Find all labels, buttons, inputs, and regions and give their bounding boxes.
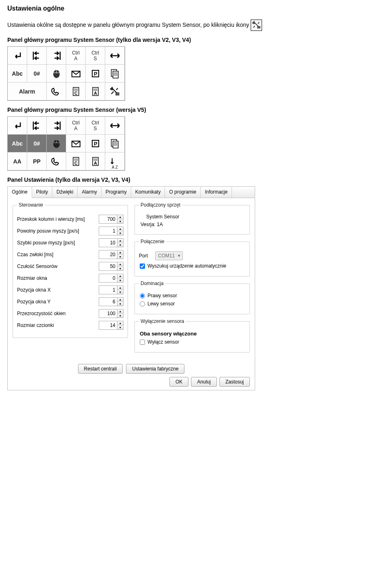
spinner-down-icon[interactable]: ▼ [117,231,123,235]
align-left-icon[interactable] [27,47,47,65]
mail-icon[interactable] [66,135,86,152]
sort-az-icon[interactable]: A Z [105,152,125,170]
alarm-button[interactable]: Alarm [8,83,47,100]
spinner-up-icon[interactable]: ▲ [117,239,123,243]
spinner-down-icon[interactable]: ▼ [117,302,123,306]
p-box-icon[interactable]: P [86,65,105,83]
tab-piloty[interactable]: Piloty [32,187,52,198]
control-field-row: Rozmiar czcionki▲▼ [17,321,124,330]
ok-button[interactable]: OK [169,377,188,387]
toolbar-v5: Ctrl A Ctrl S Abc 0# P AA PP C A A Z [7,116,125,171]
spinner-down-icon[interactable]: ▼ [117,243,123,247]
left-sensor-radio[interactable] [140,301,145,307]
control-input[interactable] [99,321,117,330]
tools-icon[interactable] [105,83,125,100]
spinner-up-icon[interactable]: ▲ [117,250,123,255]
spinner-down-icon[interactable]: ▼ [117,325,123,329]
control-input[interactable] [99,215,117,224]
copy-icon[interactable] [105,65,125,83]
control-spinner[interactable]: ▲▼ [99,297,124,306]
aa-button[interactable]: AA [8,152,27,170]
control-spinner[interactable]: ▲▼ [99,238,124,247]
spinner-down-icon[interactable]: ▼ [117,290,123,294]
control-spinner[interactable]: ▲▼ [99,274,124,283]
tab-programy[interactable]: Programy [102,187,131,198]
control-spinner[interactable]: ▲▼ [99,226,124,235]
control-spinner[interactable]: ▲▼ [99,309,124,318]
abc-button[interactable]: Abc [8,65,27,83]
copy-icon[interactable] [105,135,125,152]
spinner-up-icon[interactable]: ▲ [117,298,123,302]
tab-komunikaty[interactable]: Komunikaty [131,187,165,198]
port-combo[interactable]: COM11 ▼ [155,251,183,260]
p-box-icon[interactable]: P [86,135,105,152]
document-c-icon[interactable]: C [66,83,86,100]
abc-button[interactable]: Abc [8,135,27,152]
control-input[interactable] [99,285,117,294]
control-spinner[interactable]: ▲▼ [99,262,124,271]
tab-dzwieki[interactable]: Dźwięki [52,187,78,198]
control-spinner[interactable]: ▲▼ [99,250,124,259]
right-sensor-radio[interactable] [140,293,145,298]
control-input[interactable] [99,297,117,306]
spinner-up-icon[interactable]: ▲ [117,309,123,314]
tab-informacje[interactable]: Informacje [201,187,232,198]
tab-ogolne[interactable]: Ogólne [8,187,32,198]
spinner-up-icon[interactable]: ▲ [117,274,123,278]
mail-icon[interactable] [66,65,86,83]
control-field-label: Czułość Sensorów [17,264,99,269]
spinner-down-icon[interactable]: ▼ [117,314,123,318]
align-right-icon[interactable] [47,117,66,135]
control-input[interactable] [99,309,117,318]
tab-alarmy[interactable]: Alarmy [78,187,101,198]
pp-button[interactable]: PP [27,152,47,170]
control-input[interactable] [99,262,117,271]
document-a-icon[interactable]: A [86,152,105,170]
control-input[interactable] [99,250,117,259]
spinner-up-icon[interactable]: ▲ [117,227,123,231]
spinner-down-icon[interactable]: ▼ [117,278,123,282]
spinner-up-icon[interactable]: ▲ [117,215,123,219]
resize-horizontal-icon[interactable] [105,117,125,135]
ctrl-s-button[interactable]: Ctrl S [86,117,105,135]
control-input[interactable] [99,274,117,283]
spinner-up-icon[interactable]: ▲ [117,321,123,325]
document-a-icon[interactable]: A [86,83,105,100]
cancel-button[interactable]: Anuluj [191,377,217,387]
zero-hash-button[interactable]: 0# [27,135,47,152]
apply-button[interactable]: Zastosuj [219,377,250,387]
enter-icon[interactable] [8,47,27,65]
align-left-icon[interactable] [27,117,47,135]
document-c-icon[interactable]: C [66,152,86,170]
spinner-down-icon[interactable]: ▼ [117,219,123,223]
disable-sensor-checkbox[interactable] [140,340,145,345]
control-input[interactable] [99,226,117,235]
spinner-down-icon[interactable]: ▼ [117,266,123,270]
spinner-up-icon[interactable]: ▲ [117,286,123,290]
spinner-down-icon[interactable]: ▼ [117,255,123,259]
phone-icon[interactable] [47,152,66,170]
device-name: System Sensor [146,214,244,220]
ctrl-s-button[interactable]: Ctrl S [86,47,105,65]
spinner-up-icon[interactable]: ▲ [117,262,123,266]
factory-button[interactable]: Ustawienia fabryczne [126,364,184,374]
tab-o-programie[interactable]: O programie [165,187,201,198]
zero-hash-button[interactable]: 0# [27,65,47,83]
resize-horizontal-icon[interactable] [105,47,125,65]
auto-search-checkbox[interactable] [140,264,145,269]
enter-icon[interactable] [8,117,27,135]
control-field-label: Przezroczystość okien [17,311,99,316]
ctrl-a-button[interactable]: Ctrl A [66,47,86,65]
restart-button[interactable]: Restart centrali [78,364,123,374]
ctrl-a-button[interactable]: Ctrl A [66,117,86,135]
align-right-icon[interactable] [47,47,66,65]
mouse-icon[interactable] [47,135,66,152]
control-spinner[interactable]: ▲▼ [99,215,124,224]
sensor-status: Oba sensory włączone [140,331,245,337]
control-spinner[interactable]: ▲▼ [99,285,124,294]
phone-icon[interactable] [47,83,66,100]
mouse-icon[interactable] [47,65,66,83]
control-input[interactable] [99,238,117,247]
connection-group: Połączenie Port COM11 ▼ Wyszukuj urządze… [134,239,250,277]
control-spinner[interactable]: ▲▼ [99,321,124,330]
